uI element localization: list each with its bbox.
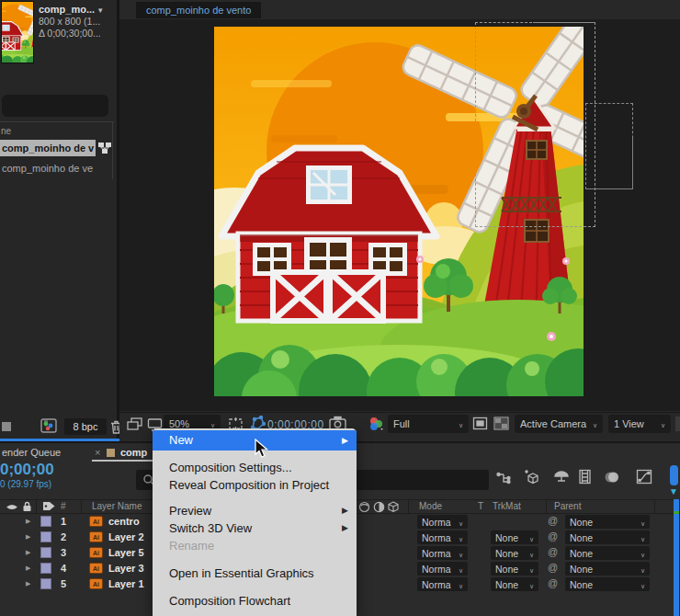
- comp-tab-color-swatch: [107, 449, 115, 457]
- always-preview-icon[interactable]: [127, 417, 142, 431]
- t-column-header[interactable]: T: [478, 501, 483, 511]
- motion-blur-column-icon[interactable]: [373, 501, 385, 513]
- trkmat-dropdown[interactable]: None: [491, 530, 538, 544]
- close-icon[interactable]: ×: [95, 447, 100, 458]
- menu-item-switch-3d-view[interactable]: Switch 3D View: [153, 519, 357, 537]
- shy-column-icon[interactable]: [358, 501, 370, 513]
- chevron-down-icon: [635, 532, 645, 543]
- resolution-dropdown[interactable]: Full: [388, 415, 469, 433]
- pick-whip-icon[interactable]: [548, 562, 558, 573]
- label-color-swatch[interactable]: [40, 531, 51, 542]
- expand-arrow-icon[interactable]: [26, 580, 30, 587]
- layer-name[interactable]: Layer 1: [108, 578, 144, 589]
- eye-icon[interactable]: [6, 502, 18, 512]
- column-divider: [36, 500, 37, 513]
- timeline-scrollbar[interactable]: [674, 499, 679, 616]
- trkmat-dropdown[interactable]: None: [491, 577, 538, 591]
- pick-whip-icon[interactable]: [548, 546, 558, 557]
- trkmat-dropdown[interactable]: None: [491, 546, 538, 560]
- bit-depth-button[interactable]: 8 bpc: [64, 418, 107, 435]
- frame-blending-icon[interactable]: [578, 469, 594, 485]
- tab-comp-timeline[interactable]: comp: [120, 447, 147, 458]
- layer-name[interactable]: Layer 5: [108, 547, 144, 558]
- 3d-layer-column-icon[interactable]: [387, 501, 400, 513]
- menu-item-open-in-essential-graphics[interactable]: Open in Essential Graphics: [153, 565, 357, 582]
- mode-column-header[interactable]: Mode: [419, 501, 442, 511]
- label-color-swatch[interactable]: [40, 547, 51, 558]
- footage-icon: [89, 563, 103, 574]
- graph-editor-icon[interactable]: [636, 469, 652, 485]
- composition-size: 800 x 800 (1...: [39, 16, 100, 27]
- expand-arrow-icon[interactable]: [26, 549, 30, 556]
- menu-item-rename: Rename: [153, 537, 357, 554]
- mode-dropdown[interactable]: Norma: [417, 530, 468, 544]
- parent-column-header[interactable]: Parent: [554, 501, 581, 511]
- expand-arrow-icon[interactable]: [26, 533, 30, 541]
- layer-name-column-header[interactable]: Layer Name: [92, 501, 142, 511]
- mode-dropdown[interactable]: Norma: [417, 546, 468, 560]
- menu-item-reveal-composition-in-project[interactable]: Reveal Composition in Project: [153, 476, 357, 494]
- project-panel: comp_mo...▼ 800 x 800 (1... Δ 0;00;30;00…: [0, 0, 119, 441]
- layer-name[interactable]: centro: [108, 516, 140, 527]
- parent-dropdown[interactable]: None: [565, 530, 650, 544]
- composition-tab[interactable]: comp_moinho de vento: [136, 2, 261, 18]
- parent-dropdown[interactable]: None: [565, 515, 650, 529]
- layer-name[interactable]: Layer 2: [108, 531, 144, 542]
- parent-dropdown[interactable]: None: [565, 577, 650, 591]
- composition-thumbnail[interactable]: [2, 2, 33, 63]
- layer-name[interactable]: Layer 3: [108, 563, 144, 574]
- transparency-grid-icon[interactable]: [493, 416, 509, 430]
- expand-arrow-icon[interactable]: [26, 565, 30, 572]
- interpret-footage-icon[interactable]: [40, 418, 57, 433]
- fps-label: 0 (29.97 fps): [0, 479, 51, 489]
- project-item[interactable]: comp_moinho de ve: [0, 160, 114, 177]
- expand-arrow-icon[interactable]: [26, 518, 30, 525]
- mode-dropdown[interactable]: Norma: [417, 515, 468, 529]
- parent-dropdown[interactable]: None: [565, 562, 650, 576]
- chevron-down-icon: [587, 418, 597, 429]
- column-divider: [408, 500, 409, 513]
- menu-item-composition-flowchart[interactable]: Composition Flowchart: [153, 592, 357, 610]
- pick-whip-icon[interactable]: [548, 530, 558, 542]
- composition-title[interactable]: comp_mo...▼: [39, 4, 104, 15]
- view-layout-dropdown[interactable]: 1 View: [608, 415, 671, 433]
- partial-icon[interactable]: [2, 422, 11, 431]
- trkmat-dropdown[interactable]: None: [491, 562, 538, 576]
- partial-toolbar-icon: [675, 416, 680, 431]
- mode-dropdown[interactable]: Norma: [417, 577, 468, 591]
- trkmat-column-header[interactable]: TrkMat: [493, 501, 521, 511]
- mode-dropdown[interactable]: Norma: [417, 562, 468, 576]
- chevron-down-icon: [453, 418, 463, 429]
- menu-separator: [153, 582, 357, 592]
- pick-whip-icon[interactable]: [548, 577, 558, 588]
- channel-rgb-icon[interactable]: [368, 416, 384, 431]
- menu-item-preview[interactable]: Preview: [153, 502, 357, 519]
- label-color-swatch[interactable]: [40, 578, 51, 589]
- motion-blur-icon[interactable]: [604, 470, 620, 485]
- label-color-swatch[interactable]: [40, 516, 51, 527]
- target-region-icon[interactable]: [472, 416, 488, 430]
- after-effects-app: { "project_panel": { "comp_title": "comp…: [0, 0, 680, 616]
- draft-3d-icon[interactable]: [522, 469, 540, 485]
- label-column-icon[interactable]: [42, 500, 56, 512]
- column-divider: [654, 500, 655, 513]
- project-search-input[interactable]: [2, 95, 108, 117]
- current-timecode[interactable]: 0;00;00: [0, 461, 54, 479]
- label-color-swatch[interactable]: [40, 563, 51, 574]
- shy-layers-icon[interactable]: [553, 470, 570, 485]
- hash-column-header[interactable]: #: [61, 501, 66, 511]
- layer-number: 2: [61, 531, 66, 542]
- comp-marker-icon[interactable]: ▼: [669, 486, 678, 496]
- chevron-down-icon: [524, 548, 534, 559]
- timeline-scroll-pill[interactable]: [670, 465, 678, 485]
- chevron-down-icon: [453, 517, 463, 528]
- column-divider: [546, 500, 547, 513]
- pick-whip-icon[interactable]: [548, 515, 558, 526]
- tab-render-queue[interactable]: ender Queue: [2, 447, 61, 458]
- active-camera-dropdown[interactable]: Active Camera: [515, 415, 603, 433]
- parent-dropdown[interactable]: None: [565, 546, 650, 560]
- project-item-selected[interactable]: comp_moinho de v: [0, 140, 96, 156]
- menu-item-composition-settings[interactable]: Composition Settings...: [153, 459, 357, 476]
- lock-icon[interactable]: [21, 500, 33, 512]
- comp-mini-flowchart-icon[interactable]: [496, 471, 512, 485]
